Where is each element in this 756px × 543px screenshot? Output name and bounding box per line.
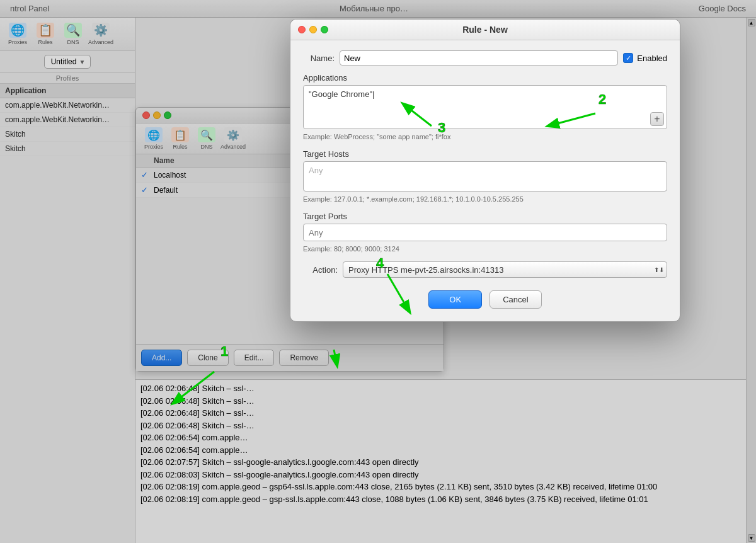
applications-example: Example: WebProcess; "some app name"; fi… bbox=[303, 130, 667, 143]
applications-section-label: Applications bbox=[303, 73, 667, 83]
target-ports-example: Example: 80; 8000; 9000; 3124 bbox=[303, 243, 667, 255]
modal-minimize-btn[interactable] bbox=[309, 26, 317, 33]
target-ports-input[interactable] bbox=[303, 224, 667, 241]
action-value: Proxy HTTPS me-pvt-25.airsocks.in:41313 bbox=[348, 265, 503, 275]
target-ports-label: Target Ports bbox=[303, 212, 667, 221]
enabled-label: Enabled bbox=[637, 54, 667, 63]
name-label: Name: bbox=[303, 54, 335, 63]
cancel-button[interactable]: Cancel bbox=[490, 290, 541, 309]
modal-close-btn[interactable] bbox=[298, 26, 306, 33]
modal-body: Name: ✓ Enabled Applications "Google Chr… bbox=[290, 40, 680, 321]
target-hosts-placeholder: Any bbox=[309, 166, 323, 175]
modal-traffic-lights bbox=[298, 26, 328, 33]
name-row: Name: ✓ Enabled bbox=[303, 50, 667, 66]
modal-titlebar: Rule - New bbox=[290, 20, 680, 40]
name-input[interactable] bbox=[340, 50, 618, 66]
applications-box[interactable]: "Google Chrome"| + bbox=[303, 85, 667, 129]
enabled-row: ✓ Enabled bbox=[623, 53, 667, 63]
rule-dialog: Rule - New Name: ✓ Enabled Applications … bbox=[290, 19, 680, 322]
ok-button[interactable]: OK bbox=[428, 290, 482, 309]
action-select-arrow-icon: ⬆⬇ bbox=[654, 266, 664, 273]
modal-buttons: OK Cancel bbox=[303, 288, 667, 311]
enabled-checkbox[interactable]: ✓ bbox=[623, 53, 633, 63]
applications-add-btn[interactable]: + bbox=[650, 112, 664, 126]
action-select[interactable]: Proxy HTTPS me-pvt-25.airsocks.in:41313 … bbox=[343, 261, 667, 278]
action-label: Action: bbox=[303, 265, 338, 275]
modal-title: Rule - New bbox=[462, 25, 508, 35]
target-hosts-box[interactable]: Any bbox=[303, 161, 667, 191]
modal-maximize-btn[interactable] bbox=[321, 26, 328, 33]
target-hosts-example: Example: 127.0.0.1; *.example.com; 192.1… bbox=[303, 193, 667, 205]
target-hosts-label: Target Hosts bbox=[303, 149, 667, 159]
applications-value: "Google Chrome"| bbox=[309, 89, 374, 99]
action-row: Action: Proxy HTTPS me-pvt-25.airsocks.i… bbox=[303, 261, 667, 278]
